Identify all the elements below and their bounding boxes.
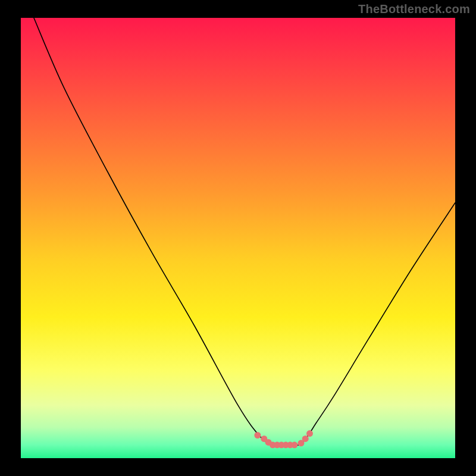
watermark-text: TheBottleneck.com: [358, 2, 470, 16]
optimal-dot: [302, 436, 309, 442]
curve-path: [34, 18, 455, 446]
curve-layer: [21, 18, 455, 458]
plot-area: [21, 18, 455, 458]
optimal-dot: [306, 430, 313, 437]
bottleneck-curve: [34, 18, 455, 446]
optimal-dot: [291, 441, 298, 448]
optimal-dot: [254, 432, 261, 439]
optimal-zone-dots: [254, 430, 313, 448]
chart-frame: TheBottleneck.com: [0, 0, 476, 476]
